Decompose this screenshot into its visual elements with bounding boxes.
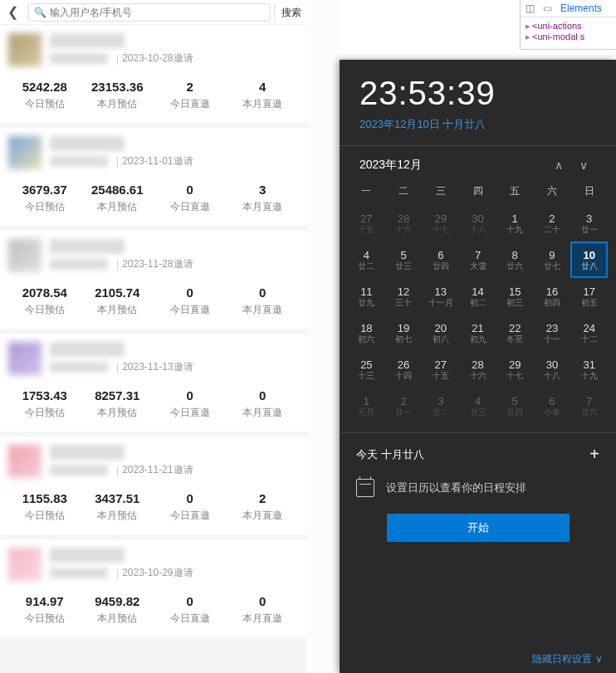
search-button[interactable]: 搜索 — [274, 3, 307, 22]
user-phone — [50, 568, 108, 578]
agenda-section: 今天 十月廿八 + 设置日历以查看你的日程安排 开始 — [340, 432, 616, 554]
calendar-day[interactable]: 18初六 — [348, 315, 385, 351]
calendar-day[interactable]: 6廿四 — [422, 241, 459, 278]
lunar-label: 廿九 — [358, 299, 374, 307]
divider: | — [116, 362, 119, 373]
day-number: 28 — [398, 213, 409, 224]
invite-date: 2023-11-21邀请 — [122, 463, 193, 477]
calendar-day[interactable]: 30十八 — [459, 205, 496, 241]
hide-agenda-label: 隐藏日程设置 — [532, 653, 592, 665]
calendar-day[interactable]: 28十六 — [459, 351, 496, 388]
calendar-day[interactable]: 31十九 — [570, 351, 608, 388]
lunar-label: 十九 — [506, 226, 523, 234]
stat-label: 今日直邀 — [154, 97, 227, 111]
search-input-wrap[interactable]: 🔍 — [28, 3, 271, 22]
lunar-label: 元旦 — [358, 408, 374, 417]
calendar-day[interactable]: 5廿三 — [385, 241, 423, 278]
day-number: 4 — [364, 250, 369, 261]
stat: 5242.28今日预估 — [8, 80, 81, 111]
calendar-day[interactable]: 27十五 — [348, 205, 385, 241]
calendar-day[interactable]: 9廿七 — [534, 241, 571, 278]
calendar-day[interactable]: 7大雪 — [459, 241, 496, 278]
next-month-button[interactable]: ∨ — [571, 158, 596, 172]
calendar-day[interactable]: 1元旦 — [348, 388, 385, 424]
avatar — [8, 445, 42, 478]
calendar-day[interactable]: 15初三 — [496, 278, 534, 315]
calendar-day[interactable]: 2二十 — [534, 205, 571, 241]
calendar-day[interactable]: 10廿八 — [570, 241, 608, 278]
divider: | — [116, 568, 119, 579]
hide-agenda-button[interactable]: 隐藏日程设置∨ — [532, 652, 603, 666]
search-bar: ❮ 🔍 搜索 — [0, 0, 307, 25]
day-number: 5 — [512, 396, 518, 407]
device-toggle-icon[interactable]: ▭ — [543, 2, 552, 14]
day-number: 27 — [435, 359, 447, 370]
calendar-day[interactable]: 16初四 — [534, 278, 571, 315]
calendar-day[interactable]: 21初九 — [459, 315, 496, 351]
user-card[interactable]: |2023-11-01邀请3679.37今日预估25486.61本月预估0今日直… — [0, 128, 307, 226]
avatar — [8, 548, 42, 581]
calendar-day[interactable]: 1十九 — [496, 205, 534, 241]
stat-value: 914.97 — [8, 594, 81, 608]
calendar-day[interactable]: 29十七 — [496, 351, 534, 388]
stat: 9459.82本月预估 — [81, 594, 154, 626]
stat-value: 0 — [154, 491, 227, 505]
calendar-day[interactable]: 20初八 — [422, 315, 459, 351]
expand-icon[interactable]: ▸ — [526, 32, 530, 41]
calendar-day[interactable]: 14初二 — [459, 278, 496, 315]
dom-node[interactable]: <uni-actions — [532, 21, 582, 31]
avatar — [8, 136, 42, 169]
expand-icon[interactable]: ▸ — [526, 21, 530, 31]
lunar-label: 十六 — [395, 226, 412, 234]
calendar-day[interactable]: 13十一月 — [422, 278, 459, 315]
calendar-day[interactable]: 4廿二 — [348, 241, 385, 278]
day-number: 6 — [549, 396, 555, 407]
stat: 0今日直邀 — [154, 491, 227, 523]
lunar-label: 廿一 — [395, 408, 412, 417]
calendar-day[interactable]: 24十二 — [570, 315, 608, 351]
calendar-day[interactable]: 7廿六 — [570, 388, 608, 424]
inspect-icon[interactable]: ◫ — [526, 2, 535, 14]
calendar-day[interactable]: 12三十 — [385, 278, 423, 315]
back-button[interactable]: ❮ — [0, 4, 25, 20]
stat: 0本月直邀 — [227, 388, 300, 420]
calendar-day[interactable]: 6小寒 — [534, 388, 571, 424]
month-label[interactable]: 2023年12月 — [359, 158, 546, 173]
calendar-day[interactable]: 25十三 — [348, 351, 385, 388]
dom-node[interactable]: <uni-modal s — [532, 32, 584, 41]
gap — [307, 0, 340, 673]
stat-value: 2105.74 — [81, 285, 154, 300]
prev-month-button[interactable]: ∧ — [546, 158, 571, 172]
calendar-day[interactable]: 29十七 — [422, 205, 459, 241]
calendar-day[interactable]: 28十六 — [385, 205, 423, 241]
stat: 2今日直邀 — [154, 80, 227, 111]
add-event-button[interactable]: + — [589, 445, 599, 464]
calendar-day[interactable]: 30十八 — [534, 351, 571, 388]
calendar-day[interactable]: 22冬至 — [496, 315, 534, 351]
user-card[interactable]: |2023-11-21邀请1155.83今日预估3437.51本月预估0今日直邀… — [0, 436, 307, 534]
tab-elements[interactable]: Elements — [560, 2, 602, 14]
day-number: 20 — [435, 323, 447, 334]
user-card[interactable]: |2023-11-13邀请1753.43今日预估8257.31本月预估0今日直邀… — [0, 334, 307, 432]
user-card[interactable]: |2023-10-29邀请914.97今日预估9459.82本月预估0今日直邀0… — [0, 539, 307, 637]
lunar-label: 十六 — [470, 372, 486, 380]
calendar-day[interactable]: 19初七 — [385, 315, 423, 351]
start-button[interactable]: 开始 — [387, 514, 570, 542]
calendar-day[interactable]: 11廿九 — [348, 278, 385, 315]
calendar-day[interactable]: 3廿一 — [570, 205, 608, 241]
calendar-day[interactable]: 26十四 — [385, 351, 423, 388]
calendar-day[interactable]: 2廿一 — [385, 388, 423, 424]
clock-date[interactable]: 2023年12月10日 十月廿八 — [340, 117, 616, 145]
user-card[interactable]: |2023-10-28邀请5242.28今日预估23153.36本月预估2今日直… — [0, 25, 307, 123]
stat-label: 本月直邀 — [227, 406, 300, 420]
search-input[interactable] — [50, 7, 265, 18]
calendar-day[interactable]: 27十五 — [422, 351, 459, 388]
calendar-day[interactable]: 3廿二 — [422, 388, 459, 424]
calendar-day[interactable]: 4廿三 — [459, 388, 496, 424]
calendar-day[interactable]: 5廿四 — [496, 388, 534, 424]
calendar-day[interactable]: 23十一 — [534, 315, 571, 351]
calendar-day[interactable]: 8廿六 — [496, 241, 534, 278]
calendar-day[interactable]: 17初五 — [570, 278, 608, 315]
weekday-row: 一二三四五六日 — [340, 181, 616, 202]
user-card[interactable]: |2023-11-28邀请2078.54今日预估2105.74本月预估0今日直邀… — [0, 231, 307, 329]
